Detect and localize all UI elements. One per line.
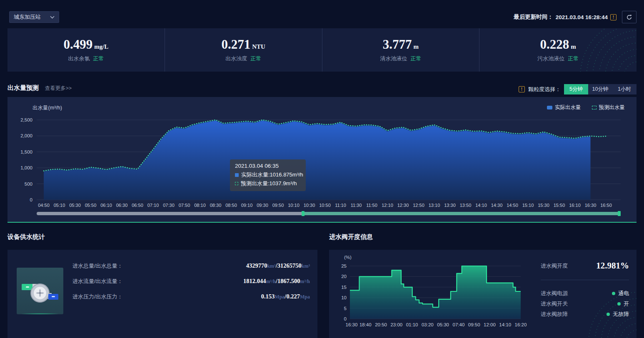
device-row-value: 1812.044m³/h/1867.500m³/h	[243, 278, 310, 285]
chart-tooltip: 2021.03.04 06:35 实际出水量:1016.875m³/h 预测出水…	[230, 159, 306, 191]
svg-text:12:50: 12:50	[413, 203, 424, 208]
svg-text:03:20: 03:20	[422, 322, 434, 327]
valve-power-row: 进水阀电源 通电	[541, 290, 629, 297]
kpi-stats-panel: 0.499mg/L 出水余氯正常 0.271NTU 出水浊度正常 3.777m …	[7, 28, 637, 72]
legend-predicted[interactable]: 预测出水量	[592, 104, 625, 111]
stat-label-row: 污水池液位正常	[537, 55, 579, 62]
pump-card	[17, 268, 63, 314]
forecast-header: 出水量预测 查看更多>> ! 颗粒度选择： 5分钟 10分钟 1小时	[7, 84, 637, 95]
device-row-value: 0.153Mpa/0.227Mpa	[261, 293, 310, 300]
svg-text:16:30: 16:30	[346, 322, 358, 327]
datazoom-left-handle[interactable]	[302, 211, 305, 216]
pump-icon	[21, 276, 59, 306]
device-row-label: 进水总量/出水总量：	[72, 262, 123, 270]
station-select-value: 城东加压站	[14, 13, 41, 21]
tooltip-predicted-value: 预测出水量:1037.9m³/h	[241, 180, 297, 187]
svg-text:10:30: 10:30	[304, 203, 315, 208]
svg-text:1,500: 1,500	[20, 149, 32, 154]
legend-predicted-label: 预测出水量	[599, 104, 625, 111]
tooltip-time: 2021.03.04 06:35	[235, 163, 301, 169]
tooltip-actual-marker	[235, 173, 239, 177]
svg-text:16:50: 16:50	[600, 203, 612, 208]
svg-text:15: 15	[341, 285, 347, 290]
stat-value: 0.271NTU	[221, 38, 265, 51]
svg-text:07:50: 07:50	[179, 203, 190, 208]
svg-text:14:30: 14:30	[491, 203, 503, 208]
chevron-down-icon	[50, 16, 55, 19]
last-update-time: 2021.03.04 16:28:44	[556, 14, 608, 20]
stat-label-row: 清水池液位正常	[380, 55, 421, 62]
status-badge: 正常	[410, 55, 421, 62]
svg-text:14:50: 14:50	[507, 203, 518, 208]
valve-info-panel: (%)051015202516:3018:4020:5023:0001:1003…	[329, 250, 637, 338]
valve-switch-value: 开	[617, 300, 629, 308]
svg-text:06:50: 06:50	[132, 203, 143, 208]
svg-text:25: 25	[341, 263, 347, 268]
legend-actual-label: 实际出水量	[555, 104, 581, 111]
device-row-label: 进水流量/出水流量：	[72, 278, 123, 285]
warning-icon: !	[519, 86, 525, 92]
legend-predicted-swatch	[592, 106, 597, 109]
valve-opening-row: 进水阀开度 12.981%	[541, 261, 629, 271]
forecast-chart-canvas[interactable]: 05001,0001,5002,0002,50004:5005:1005:300…	[7, 97, 637, 210]
device-row-value: 4329770km³/31265750km³	[246, 262, 310, 269]
svg-text:08:30: 08:30	[210, 203, 222, 208]
refresh-button[interactable]	[622, 11, 637, 23]
valve-fault-value: 无故障	[607, 311, 629, 318]
svg-text:06:30: 06:30	[116, 203, 128, 208]
valve-right-column: 进水阀开度 12.981% 进水阀电源 通电 进水阀开关 开 进水阀故障 无故障	[541, 250, 629, 338]
green-status-dot	[612, 292, 615, 295]
svg-text:13:10: 13:10	[429, 203, 440, 208]
svg-text:500: 500	[25, 181, 32, 186]
svg-text:09:30: 09:30	[257, 203, 268, 208]
valve-opening-label: 进水阀开度	[541, 262, 568, 270]
svg-text:0: 0	[344, 316, 347, 321]
valve-chart-canvas[interactable]: (%)051015202516:3018:4020:5023:0001:1003…	[332, 252, 532, 336]
svg-text:08:50: 08:50	[225, 203, 237, 208]
svg-text:2,000: 2,000	[20, 133, 32, 138]
svg-text:09:50: 09:50	[468, 322, 480, 327]
svg-text:0: 0	[30, 197, 32, 202]
svg-text:16:30: 16:30	[585, 203, 597, 208]
datazoom-slider[interactable]	[37, 211, 621, 216]
svg-text:07:30: 07:30	[163, 203, 175, 208]
status-badge: 正常	[93, 55, 104, 62]
forecast-y-axis-title: 出水量(m³/h)	[32, 104, 62, 112]
legend-actual[interactable]: 实际出水量	[547, 104, 581, 111]
valve-switch-label: 进水阀开关	[541, 300, 568, 308]
valve-fault-label: 进水阀故障	[541, 311, 568, 318]
granularity-10min-button[interactable]: 10分钟	[588, 84, 612, 94]
green-status-dot	[617, 302, 621, 306]
tooltip-predicted-marker	[235, 182, 238, 185]
forecast-title: 出水量预测	[7, 84, 39, 92]
datazoom-selected-range[interactable]	[303, 212, 621, 215]
granularity-label: 颗粒度选择：	[528, 86, 561, 93]
svg-text:23:00: 23:00	[390, 322, 402, 327]
device-row-label: 进水压力/出水压力：	[72, 293, 123, 301]
valve-fault-row: 进水阀故障 无故障	[541, 311, 629, 318]
granularity-5min-button[interactable]: 5分钟	[564, 84, 588, 94]
stat-label-row: 出水浊度正常	[225, 55, 261, 62]
last-update-row: 最后更新时间： 2021.03.04 16:28:44 !	[514, 13, 617, 21]
status-badge: 正常	[568, 55, 579, 62]
stat-label: 清水池液位	[380, 55, 407, 62]
svg-text:11:10: 11:10	[335, 203, 346, 208]
svg-text:12:10: 12:10	[382, 203, 393, 208]
svg-text:06:10: 06:10	[100, 203, 112, 208]
tooltip-actual-row: 实际出水量:1016.875m³/h	[235, 171, 301, 179]
svg-text:10: 10	[341, 295, 347, 300]
forecast-chart-panel: 出水量(m³/h) 实际出水量 预测出水量 05001,0001,5002,00…	[7, 97, 637, 223]
stat-label: 污水池液位	[537, 55, 564, 62]
station-select-dropdown[interactable]: 城东加压站	[9, 11, 59, 23]
granularity-selector: ! 颗粒度选择： 5分钟 10分钟 1小时	[519, 84, 637, 94]
svg-text:05:50: 05:50	[85, 203, 97, 208]
view-more-link[interactable]: 查看更多>>	[45, 85, 72, 91]
datazoom-right-handle[interactable]	[618, 211, 621, 216]
refresh-icon	[626, 14, 632, 20]
stat-value: 0.228m	[540, 38, 576, 51]
green-status-dot	[607, 313, 610, 316]
svg-text:14:10: 14:10	[475, 203, 487, 208]
svg-text:12:30: 12:30	[397, 203, 409, 208]
granularity-1hour-button[interactable]: 1小时	[612, 84, 637, 94]
tooltip-predicted-row: 预测出水量:1037.9m³/h	[235, 180, 301, 187]
